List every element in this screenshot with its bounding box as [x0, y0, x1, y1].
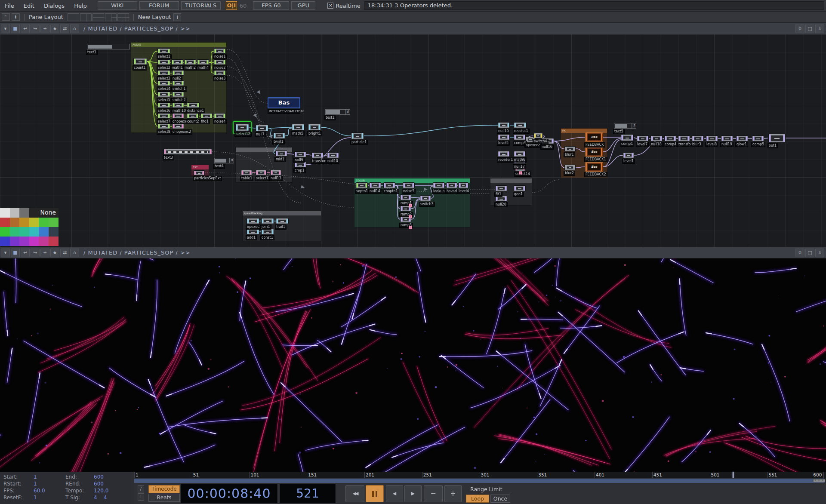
- rewind-to-start-button[interactable]: ◀◀: [345, 485, 364, 502]
- node-FEEDBACK2[interactable]: [585, 162, 603, 172]
- slider-widget-test1[interactable]: 0: [325, 109, 350, 115]
- particle-viewport[interactable]: [0, 258, 826, 472]
- collapse-pane-icon[interactable]: ⇩: [815, 249, 824, 257]
- field-value[interactable]: 120.0: [94, 488, 108, 494]
- anchor-icon[interactable]: ⬆: [12, 13, 20, 21]
- node-geo1[interactable]: [514, 185, 526, 191]
- palette-swatch[interactable]: [0, 237, 10, 246]
- layout-preset-grid[interactable]: [117, 13, 129, 21]
- layout-preset-mixed[interactable]: [105, 13, 117, 21]
- slider-widget-text5[interactable]: 1: [614, 123, 636, 129]
- forward-icon[interactable]: ↪: [31, 249, 40, 257]
- palette-swatch[interactable]: [39, 227, 49, 237]
- pane-dropdown-icon[interactable]: ▾: [1, 25, 10, 33]
- forum-button[interactable]: FORUM: [139, 1, 179, 10]
- node-chopto1[interactable]: [383, 182, 395, 188]
- node-select2[interactable]: [157, 59, 170, 65]
- wiki-button[interactable]: WIKI: [98, 1, 137, 10]
- home-icon[interactable]: ⌂: [70, 25, 79, 33]
- slider-widget-text4[interactable]: 0: [214, 158, 234, 163]
- timeline-range-bar[interactable]: • • •: [134, 478, 826, 483]
- field-value[interactable]: 4 4: [94, 495, 107, 501]
- playhead[interactable]: [733, 472, 734, 478]
- network-path[interactable]: / MUTATED / PARTICLES_SOP / >>: [83, 249, 191, 256]
- node-opexec1[interactable]: [247, 218, 259, 224]
- node-transform4[interactable]: [678, 135, 690, 141]
- node-transform3[interactable]: [311, 152, 324, 158]
- frame-display[interactable]: 521: [280, 484, 336, 503]
- node-add1[interactable]: [247, 229, 259, 235]
- slider-widget-text1[interactable]: [87, 44, 130, 49]
- node-chopexec1[interactable]: [172, 113, 184, 119]
- range-fill[interactable]: [134, 479, 824, 483]
- network-path[interactable]: / MUTATED / PARTICLES_SOP / >>: [83, 25, 191, 32]
- palette-none-label[interactable]: None: [40, 209, 56, 216]
- node-null7[interactable]: [256, 125, 268, 132]
- integer-mode-button[interactable]: I: [138, 493, 144, 501]
- once-button[interactable]: Once: [490, 495, 510, 503]
- node-select3[interactable]: [157, 70, 170, 76]
- home-icon[interactable]: ⌂: [70, 249, 79, 257]
- node-fifo1[interactable]: [200, 113, 213, 119]
- palette-swatch[interactable]: [0, 218, 10, 227]
- node-null9[interactable]: [294, 151, 306, 157]
- swap-pane-icon[interactable]: ⇄: [60, 249, 69, 257]
- maximize-icon[interactable]: □: [805, 249, 814, 257]
- node-null19[interactable]: [721, 135, 733, 141]
- node-null2[interactable]: [172, 70, 184, 76]
- bookmark-star-icon[interactable]: ★: [50, 249, 59, 257]
- node-table1[interactable]: [241, 170, 252, 175]
- palette-swatch[interactable]: [49, 237, 59, 246]
- node-noise4[interactable]: [214, 113, 226, 119]
- pause-button[interactable]: [366, 485, 384, 502]
- node-math1[interactable]: [171, 59, 183, 65]
- node-noise1[interactable]: [214, 48, 226, 54]
- play-backward-button[interactable]: ◀: [386, 485, 403, 502]
- node-glow1[interactable]: [736, 135, 748, 141]
- palette-swatch[interactable]: [49, 218, 59, 227]
- node-select1[interactable]: [157, 48, 170, 54]
- palette-swatch[interactable]: [10, 227, 20, 237]
- node-join1[interactable]: [261, 218, 274, 224]
- swap-pane-icon[interactable]: ⇄: [60, 25, 69, 33]
- palette-swatch[interactable]: [19, 218, 29, 227]
- pane-dropdown-icon[interactable]: ▾: [1, 249, 10, 257]
- oi-toggle[interactable]: O|I: [226, 1, 237, 10]
- node-FEEDBACK1[interactable]: [585, 147, 603, 157]
- node-select12[interactable]: [235, 124, 249, 131]
- node-noise3[interactable]: [214, 70, 226, 76]
- palette-swatch[interactable]: [39, 218, 49, 227]
- node-select6[interactable]: [157, 102, 170, 108]
- node-lookup1[interactable]: [433, 182, 445, 188]
- node-comp1[interactable]: [621, 134, 634, 141]
- node-out1[interactable]: [768, 134, 786, 143]
- field-value[interactable]: 60.0: [34, 488, 45, 494]
- node-level4[interactable]: [458, 182, 468, 188]
- new-layout-add-button[interactable]: +: [173, 13, 181, 21]
- palette-swatch[interactable]: [10, 208, 20, 218]
- node-distance1[interactable]: [187, 102, 200, 108]
- node-comp3[interactable]: [514, 134, 526, 140]
- node-math2[interactable]: [184, 59, 196, 65]
- node-resolut1[interactable]: [514, 122, 527, 128]
- palette-swatch[interactable]: [10, 218, 20, 227]
- node-comp5[interactable]: [752, 135, 764, 141]
- node-particlesSopExt[interactable]: [194, 170, 205, 175]
- step-forward-button[interactable]: +: [444, 485, 462, 502]
- node-select5[interactable]: [157, 92, 170, 97]
- back-icon[interactable]: ↩: [21, 25, 30, 33]
- bookmark-star-icon[interactable]: ★: [50, 25, 59, 33]
- node-twirl1[interactable]: [273, 132, 285, 139]
- field-value[interactable]: 1: [34, 474, 37, 480]
- node-particle1[interactable]: [351, 132, 364, 139]
- timecode-mode-button[interactable]: Timecode: [148, 485, 180, 493]
- node-comp4[interactable]: [664, 135, 676, 141]
- stop-square-icon[interactable]: ■: [11, 249, 20, 257]
- node-level1[interactable]: [623, 152, 634, 158]
- gpu-button[interactable]: GPU: [291, 1, 315, 10]
- palette-swatch[interactable]: [39, 237, 49, 246]
- menu-file[interactable]: File: [0, 3, 19, 9]
- field-value[interactable]: 600: [94, 474, 104, 480]
- node-sopto1[interactable]: [356, 182, 368, 188]
- layout-preset-single[interactable]: [68, 13, 79, 21]
